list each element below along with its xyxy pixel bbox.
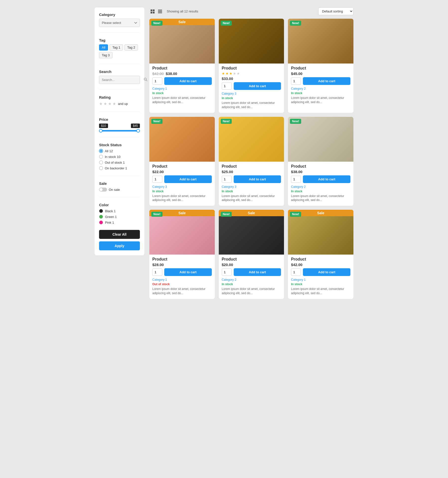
star-2[interactable]: ★: [104, 101, 107, 106]
add-to-cart-btn-6[interactable]: Add to cart: [303, 175, 350, 183]
main-content: Showing all 12 results Default sorting P…: [149, 7, 353, 299]
product-image-9: Sale New!: [288, 210, 353, 255]
stock-in[interactable]: In stock 10: [99, 155, 140, 159]
tag-2[interactable]: Tag 2: [124, 44, 138, 51]
add-to-cart-btn-8[interactable]: Add to cart: [234, 268, 281, 276]
price-slider[interactable]: [99, 130, 140, 132]
product-image-1: Sale New!: [149, 19, 215, 64]
star-4[interactable]: ★: [112, 101, 116, 106]
list-view-icon[interactable]: [157, 8, 163, 15]
qty-input-4[interactable]: [152, 176, 162, 183]
color-black-label: Black 1: [105, 209, 116, 213]
star-1[interactable]: ★: [99, 101, 103, 106]
product-category-8[interactable]: Category 2: [222, 278, 281, 281]
new-price-9: $42.00: [291, 263, 302, 267]
color-pink[interactable]: Pink 1: [99, 220, 140, 224]
star-e-1: ★: [233, 71, 236, 75]
product-category-5[interactable]: Category 3: [222, 185, 281, 189]
radio-backorder[interactable]: [99, 166, 103, 170]
sale-option[interactable]: On sale: [99, 188, 140, 192]
color-green[interactable]: Green 1: [99, 215, 140, 219]
product-desc-1: Lorem ipsum dolor sit amet, consectetur …: [152, 96, 212, 104]
tag-all[interactable]: All: [99, 44, 108, 51]
radio-in-stock[interactable]: [99, 155, 103, 159]
color-swatch-green[interactable]: [99, 215, 103, 219]
qty-input-9[interactable]: [291, 269, 301, 276]
product-info-2: Product ★ ★ ★ ★ ★ $33.00 Add to cart: [219, 64, 284, 109]
range-thumb-min[interactable]: [99, 129, 103, 133]
new-badge-3: New!: [290, 21, 301, 26]
product-stock-4: In stock: [152, 190, 212, 193]
add-to-cart-row-6: Add to cart: [291, 175, 350, 183]
product-desc-6: Lorem ipsum dolor sit amet, consectetur …: [291, 194, 350, 203]
clear-all-button[interactable]: Clear All: [99, 230, 140, 239]
price-min-label: $10: [99, 124, 108, 128]
product-category-6[interactable]: Category 2: [291, 185, 350, 189]
products-grid: Sale New! Product $42.00 $38.00 Add to c…: [149, 19, 353, 299]
product-category-1[interactable]: Category 1: [152, 87, 212, 90]
product-price-9: $42.00: [291, 263, 350, 267]
add-to-cart-btn-2[interactable]: Add to cart: [234, 82, 281, 90]
qty-input-7[interactable]: [152, 269, 162, 276]
product-card-8: Sale New! Product $20.00 Add to cart Cat…: [219, 210, 284, 299]
stock-all[interactable]: All 12: [99, 149, 140, 153]
add-to-cart-row-5: Add to cart: [222, 175, 281, 183]
product-price-3: $45.00: [291, 71, 350, 76]
new-price-4: $22.00: [152, 170, 164, 174]
sidebar-buttons: Clear All Apply: [99, 230, 140, 250]
new-badge-2: New!: [221, 21, 232, 26]
add-to-cart-btn-3[interactable]: Add to cart: [303, 77, 350, 85]
product-category-9[interactable]: Category 1: [291, 278, 350, 281]
radio-out-stock[interactable]: [99, 160, 103, 164]
product-category-7[interactable]: Category 1: [152, 278, 212, 281]
add-to-cart-btn-9[interactable]: Add to cart: [303, 268, 350, 276]
sort-select[interactable]: Default sorting Price: low to high Price…: [318, 7, 353, 15]
product-name-5: Product: [222, 164, 281, 169]
search-input[interactable]: [102, 78, 144, 82]
range-thumb-max[interactable]: [136, 129, 140, 133]
product-desc-7: Lorem ipsum dolor sit amet, consectetur …: [152, 287, 212, 295]
add-to-cart-btn-1[interactable]: Add to cart: [164, 77, 212, 85]
qty-input-3[interactable]: [291, 77, 301, 85]
product-category-4[interactable]: Category 3: [152, 185, 212, 189]
star-f-1: ★: [222, 71, 225, 75]
category-select[interactable]: Please select: [99, 19, 140, 27]
apply-button[interactable]: Apply: [99, 241, 140, 250]
sidebar: Category Please select Tag All Tag 1 Tag…: [95, 7, 144, 255]
stock-options: All 12 In stock 10 Out of stock 1 On bac…: [99, 149, 140, 170]
qty-input-8[interactable]: [222, 269, 232, 276]
product-category-2[interactable]: Category 3: [222, 92, 281, 95]
star-e-2: ★: [237, 71, 240, 75]
add-to-cart-row-8: Add to cart: [222, 268, 281, 276]
stock-backorder[interactable]: On backorder 1: [99, 166, 140, 170]
grid-view-icon[interactable]: [149, 8, 156, 15]
new-badge-8: New!: [221, 212, 232, 217]
sale-label: On sale: [109, 188, 120, 192]
product-image-8: Sale New!: [219, 210, 284, 255]
color-swatch-black[interactable]: [99, 209, 103, 213]
color-options: Black 1 Green 1 Pink 1: [99, 209, 140, 224]
tag-3[interactable]: Tag 3: [99, 52, 112, 58]
add-to-cart-btn-5[interactable]: Add to cart: [234, 175, 281, 183]
radio-all[interactable]: [99, 149, 103, 153]
product-info-8: Product $20.00 Add to cart Category 2 In…: [219, 255, 284, 295]
rating-row[interactable]: ★ ★ ★ ★ and up: [99, 101, 140, 106]
qty-input-1[interactable]: [152, 77, 162, 85]
color-swatch-pink[interactable]: [99, 220, 103, 224]
new-badge-5: New!: [221, 119, 232, 124]
color-black[interactable]: Black 1: [99, 209, 140, 213]
qty-input-5[interactable]: [222, 176, 232, 183]
qty-input-6[interactable]: [291, 176, 301, 183]
rating-title: Rating: [99, 95, 140, 99]
stock-out[interactable]: Out of stock 1: [99, 160, 140, 164]
product-name-7: Product: [152, 257, 212, 262]
star-3[interactable]: ★: [108, 101, 112, 106]
tag-1[interactable]: Tag 1: [110, 44, 123, 51]
add-to-cart-btn-7[interactable]: Add to cart: [164, 268, 212, 276]
tag-section: Tag All Tag 1 Tag 2 Tag 3: [99, 38, 140, 58]
add-to-cart-btn-4[interactable]: Add to cart: [164, 175, 212, 183]
qty-input-2[interactable]: [222, 82, 232, 90]
product-image-4: New!: [149, 117, 215, 162]
product-category-3[interactable]: Category 2: [291, 87, 350, 90]
sale-toggle[interactable]: [99, 188, 107, 192]
